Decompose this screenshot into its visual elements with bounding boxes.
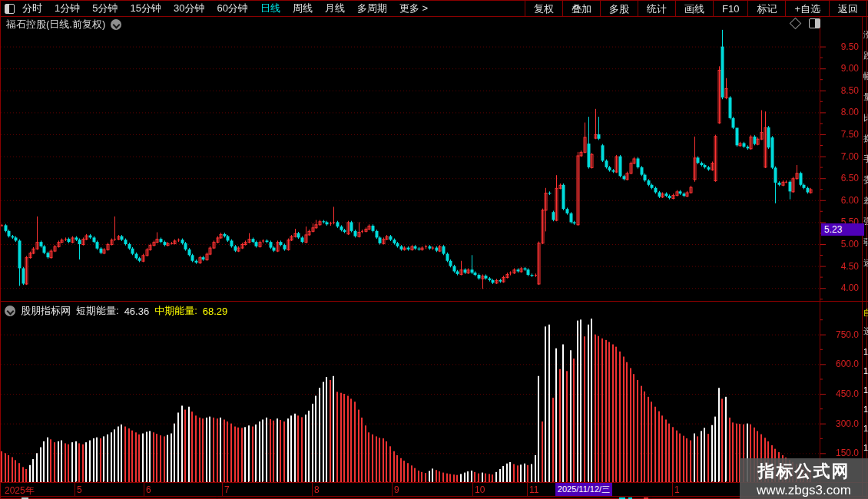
menu-item-2[interactable]: 多股 (600, 1, 638, 17)
side-strip-digit: 1 (863, 405, 868, 414)
time-axis-label: 1 (674, 484, 680, 495)
date-marker-badge: 2025/11/12/三 (555, 483, 612, 496)
period-tab-3[interactable]: 15分钟 (124, 2, 167, 15)
menu-item-1[interactable]: 叠加 (562, 1, 600, 17)
side-strip-digit: 1 (863, 424, 868, 433)
side-strip-digit: 1 (863, 443, 868, 452)
price-axis-label: 9.50 (823, 41, 859, 52)
period-tab-5[interactable]: 60分钟 (210, 2, 253, 15)
period-tabs: 分时1分钟5分钟15分钟30分钟60分钟日线周线月线多周期更多 > (16, 0, 434, 17)
period-tab-1[interactable]: 1分钟 (48, 2, 86, 15)
energy-axis-label: 600.0 (823, 359, 859, 369)
stock-title: 福石控股(日线.前复权) (6, 18, 105, 31)
period-tab-7[interactable]: 周线 (287, 2, 319, 15)
window-controls (791, 18, 820, 28)
side-strip-digit: 1 (863, 385, 868, 395)
menu-item-4[interactable]: 画线 (675, 1, 713, 17)
menu-item-6[interactable]: 标记 (747, 1, 785, 17)
side-strip-char: 换 (863, 133, 868, 144)
side-strip-char: 比 (863, 112, 868, 124)
time-axis-label: 10 (475, 484, 485, 495)
period-tab-6[interactable]: 日线 (254, 2, 287, 15)
period-tab-10[interactable]: 更多 > (393, 2, 434, 15)
period-tab-0[interactable]: 分时 (16, 2, 48, 15)
time-axis-label: 7 (224, 484, 230, 495)
side-strip-char: 自 (863, 307, 868, 319)
price-axis-label: 8.50 (823, 85, 859, 96)
diamond-icon[interactable] (790, 18, 802, 30)
side-strip-char: 委 (863, 174, 868, 186)
side-strip-char: 手 (863, 154, 868, 165)
time-axis-label: 9 (394, 484, 399, 495)
watermark-line2: www.zbgs3.com (740, 483, 868, 498)
side-strip-char: 选 (863, 326, 868, 337)
mid-energy-label: 中期能量: (154, 304, 197, 318)
time-axis-label: 6 (146, 484, 151, 495)
price-axis-label: 9.00 (823, 63, 859, 74)
price-axis-label: 7.00 (823, 151, 859, 162)
time-axis-label: 8 (314, 484, 320, 495)
time-axis-label: 2025年 (5, 484, 35, 497)
chart-canvas[interactable] (0, 0, 868, 499)
right-menu: 复权叠加多股统计画线F10标记+自选返回 (525, 0, 866, 17)
side-strip-char: 差 (863, 195, 868, 207)
side-strip-char: 涨 (863, 29, 868, 41)
side-strip-char: 跌 (863, 50, 868, 61)
period-tab-2[interactable]: 5分钟 (86, 2, 124, 15)
price-axis-label: 7.50 (823, 129, 859, 140)
menu-item-8[interactable]: 返回 (829, 1, 866, 17)
chevron-down-icon[interactable] (111, 19, 121, 30)
price-axis-label: 6.50 (823, 173, 859, 183)
indicator-header: 股朋指标网 短期能量: 46.36 中期能量: 68.29 (5, 304, 227, 318)
energy-axis-label: 750.0 (823, 329, 859, 340)
period-tab-8[interactable]: 月线 (319, 2, 351, 15)
price-axis-label: 5.00 (823, 239, 859, 250)
short-energy-label: 短期能量: (76, 304, 119, 318)
split-window-icon[interactable] (809, 18, 820, 28)
energy-axis-label: 450.0 (823, 388, 859, 399)
time-axis-label: 5 (77, 484, 82, 495)
short-energy-value: 46.36 (124, 306, 150, 317)
menu-item-3[interactable]: 统计 (638, 1, 675, 17)
price-axis-label: 6.00 (823, 195, 859, 206)
side-strip-char: 弱 (863, 236, 868, 248)
watermark-line1: 指标公式网 (740, 460, 868, 483)
price-axis-label: 4.00 (823, 283, 859, 293)
side-strip-digit: 1 (863, 366, 868, 375)
period-tab-4[interactable]: 30分钟 (167, 2, 210, 15)
indicator-source: 股朋指标网 (21, 304, 71, 318)
side-strip-char: 量 (863, 91, 868, 103)
side-strip-char: 速 (863, 257, 868, 269)
price-marker-badge: 5.23 (821, 223, 864, 236)
chevron-down-icon[interactable] (5, 306, 15, 316)
menu-item-7[interactable]: +自选 (785, 1, 829, 17)
trading-app-window: 分时1分钟5分钟15分钟30分钟60分钟日线周线月线多周期更多 > 复权叠加多股… (0, 0, 868, 499)
chart-title-row: 福石控股(日线.前复权) (6, 18, 121, 31)
menu-item-5[interactable]: F10 (713, 1, 747, 17)
window-layout-icon[interactable] (5, 4, 15, 14)
time-axis-label: 11 (529, 484, 538, 495)
top-toolbar: 分时1分钟5分钟15分钟30分钟60分钟日线周线月线多周期更多 > 复权叠加多股… (0, 0, 866, 17)
watermark: 指标公式网 www.zbgs3.com (740, 458, 868, 499)
price-axis-label: 4.50 (823, 261, 859, 272)
period-tab-9[interactable]: 多周期 (351, 2, 393, 15)
side-strip-char: 幅 (863, 71, 868, 82)
price-axis-label: 8.00 (823, 107, 859, 117)
side-strip-digit: 1 (863, 347, 868, 356)
menu-item-0[interactable]: 复权 (525, 1, 562, 17)
energy-axis-label: 150.0 (823, 448, 859, 458)
mid-energy-value: 68.29 (203, 306, 228, 317)
energy-axis-label: 300.0 (823, 418, 859, 429)
